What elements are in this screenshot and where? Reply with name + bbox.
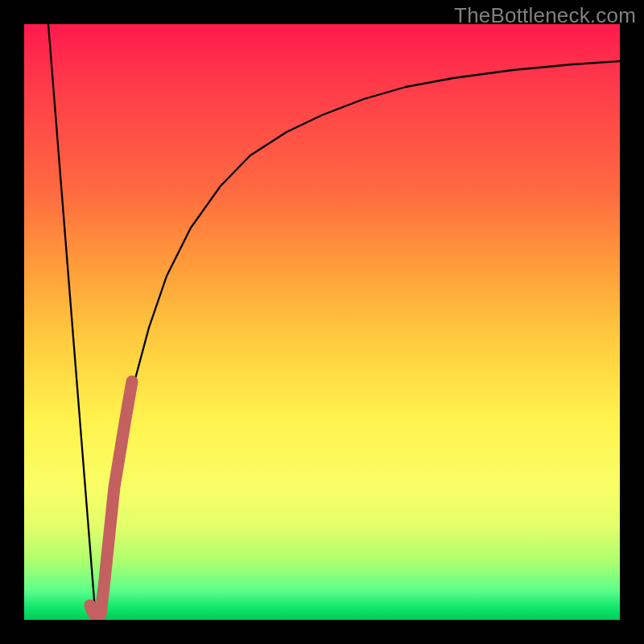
plot-area: [24, 24, 620, 620]
rising-curve: [96, 61, 620, 620]
chart-svg: [24, 24, 620, 620]
chart-frame: TheBottleneck.com: [0, 0, 644, 644]
highlight-segment: [90, 382, 132, 616]
left-line: [48, 24, 96, 620]
